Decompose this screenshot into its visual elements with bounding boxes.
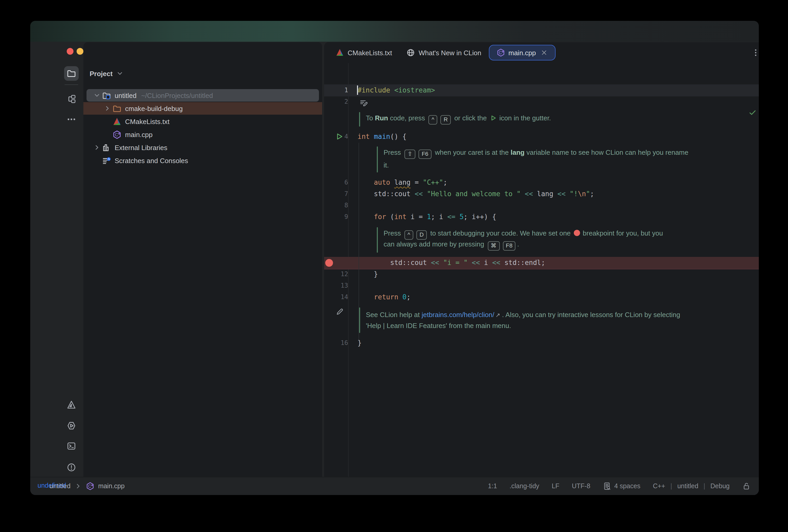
tree-item-label: cmake-build-debug: [125, 104, 183, 112]
tree-item-cmake-build-debug[interactable]: cmake-build-debug: [103, 102, 183, 115]
line-number[interactable]: 16: [325, 339, 348, 347]
tree-item-label: untitled: [115, 92, 137, 99]
edit-list-gutter-icon[interactable]: [360, 99, 368, 107]
breadcrumb[interactable]: undefineduntitledCmain.cpp: [38, 477, 124, 495]
code-line[interactable]: auto lang = "C++";: [357, 178, 447, 186]
cpp-icon: C: [86, 482, 95, 490]
run-icon-inline: [490, 115, 496, 121]
project-panel-title: Project: [90, 70, 113, 77]
terminal-icon: [67, 441, 76, 451]
tree-item-label: CMakeLists.txt: [125, 118, 170, 125]
hint-text: See CLion help at jetbrains.com/help/cli…: [366, 311, 680, 319]
help-link[interactable]: jetbrains.com/help/clion/: [421, 311, 494, 319]
chevron-right-icon[interactable]: [103, 104, 112, 113]
tree-item-main-cpp[interactable]: Cmain.cpp: [103, 128, 153, 141]
line-number[interactable]: 13: [325, 282, 348, 289]
cmake-tool-button[interactable]: [64, 398, 79, 412]
code-line[interactable]: #include <iostream>: [357, 86, 435, 94]
hint-block-border: [377, 227, 378, 253]
keycap: ⇧: [405, 150, 415, 159]
keycap: ^: [428, 115, 437, 124]
cmake-tool-icon: [67, 400, 76, 410]
status-item-config-summary[interactable]: C++|untitled|Debug: [653, 482, 730, 490]
scratch-icon: [102, 156, 111, 165]
chevron-down-icon[interactable]: [93, 91, 101, 100]
title-bar: U untitled Version Control Debug untitle…: [30, 21, 759, 42]
inspections-ok-icon[interactable]: [748, 109, 757, 117]
line-number[interactable]: 2: [325, 98, 348, 105]
chevron-right-icon[interactable]: [93, 143, 101, 152]
keycap: D: [416, 230, 427, 240]
line-number[interactable]: 7: [325, 190, 348, 197]
hint-text: can always add more by pressing ⌘F8.: [383, 240, 519, 251]
strip-divider: [65, 84, 78, 85]
structure-tool-button[interactable]: [64, 92, 79, 106]
keycap: F6: [418, 150, 432, 159]
hint-block-border: [359, 112, 360, 126]
run-tool-button[interactable]: [64, 418, 79, 433]
line-number[interactable]: 6: [325, 179, 348, 186]
libs-icon: [102, 143, 111, 152]
terminal-tool-button[interactable]: [64, 439, 79, 453]
close-window-button[interactable]: [67, 48, 74, 55]
keycap: F8: [503, 241, 516, 251]
keycap: ⌘: [488, 241, 499, 251]
clion-window: U untitled Version Control Debug untitle…: [30, 21, 759, 495]
svg-text:C: C: [115, 132, 118, 137]
keycap: ^: [405, 230, 413, 240]
more-tools-button[interactable]: [64, 112, 79, 126]
svg-text:C: C: [88, 484, 92, 489]
line-number[interactable]: 12: [325, 271, 348, 278]
folder-build-icon: [113, 104, 121, 113]
tree-item-cmakelists-txt[interactable]: CMakeLists.txt: [103, 115, 170, 127]
status-item-lf[interactable]: LF: [552, 482, 559, 490]
breadcrumb-item[interactable]: main.cpp: [98, 482, 124, 490]
tree-item-label: External Libraries: [115, 143, 167, 151]
tree-item-scratches-and-consoles[interactable]: Scratches and Consoles: [93, 154, 188, 167]
lock-icon[interactable]: [742, 482, 750, 490]
project-panel: Project untitled~/CLionProjects/untitled…: [83, 42, 322, 495]
tree-item-untitled[interactable]: untitled~/CLionProjects/untitled: [93, 89, 213, 102]
code-line[interactable]: }: [357, 339, 362, 347]
tree-item-label: main.cpp: [125, 131, 153, 138]
hint-text: Press ^D to start debugging your code. W…: [383, 229, 663, 240]
status-item-utf-8[interactable]: UTF-8: [572, 482, 590, 490]
status-widgets: 1:1.clang-tidyLFUTF-84 spacesC++|untitle…: [488, 477, 750, 495]
breakpoint-dot[interactable]: [325, 259, 333, 267]
module-sq-icon: undefined: [38, 482, 46, 490]
keycap: R: [440, 115, 451, 124]
minimize-window-button[interactable]: [77, 48, 83, 55]
code-line[interactable]: int main() {: [357, 133, 407, 140]
tree-item-external-libraries[interactable]: External Libraries: [93, 141, 167, 154]
code-line[interactable]: std::cout << "i = " << i << std::endl;: [357, 259, 545, 267]
hint-block-border: [377, 146, 378, 173]
cmake-logo-icon: [113, 117, 121, 126]
code-line[interactable]: std::cout << "Hello and welcome to " << …: [357, 190, 594, 198]
external-link-icon: ↗: [495, 312, 500, 318]
screen: U untitled Version Control Debug untitle…: [0, 0, 788, 532]
problems-tool-button[interactable]: [64, 460, 79, 475]
status-item-4-spaces[interactable]: 4 spaces: [603, 482, 640, 490]
breakpoint-dot-inline: [574, 230, 580, 236]
breadcrumb-item[interactable]: untitled: [50, 482, 71, 490]
code-line[interactable]: return 0;: [357, 293, 411, 301]
pencil-gutter-icon[interactable]: [336, 308, 344, 316]
line-number[interactable]: 9: [325, 213, 348, 220]
status-item-1-1[interactable]: 1:1: [488, 482, 497, 490]
project-panel-header[interactable]: Project: [90, 69, 124, 78]
status-item--clang-tidy[interactable]: .clang-tidy: [509, 482, 539, 490]
code-line[interactable]: for (int i = 1; i <= 5; i++) {: [357, 213, 496, 221]
hint-block-border: [359, 308, 360, 333]
code-line[interactable]: }: [357, 270, 378, 278]
indent-settings-icon: [603, 482, 611, 490]
chevron-down-icon: [116, 69, 124, 78]
line-number[interactable]: 1: [325, 86, 348, 94]
tree-item-path: ~/CLionProjects/untitled: [141, 92, 213, 99]
editor-body[interactable]: 1#include <iostream>2To Run code, press …: [324, 42, 759, 495]
text-caret: [357, 85, 358, 95]
run-play-gutter-icon[interactable]: [335, 132, 343, 141]
project-tool-button[interactable]: [64, 66, 79, 81]
line-number[interactable]: 8: [325, 202, 348, 209]
indent-guide: [358, 143, 359, 340]
line-number[interactable]: 14: [325, 293, 348, 301]
